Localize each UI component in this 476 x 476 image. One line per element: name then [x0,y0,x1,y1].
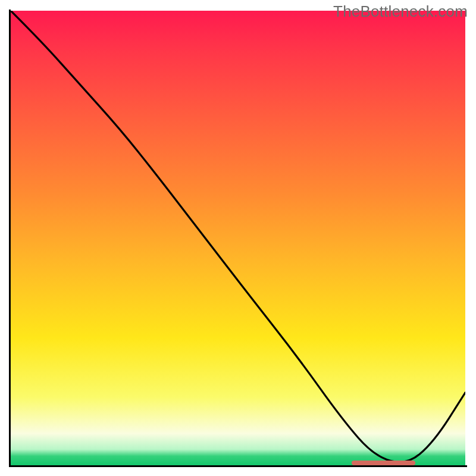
x-axis-line [9,465,467,467]
watermark-text: TheBottleneck.com [333,2,468,21]
bottleneck-curve [11,11,465,465]
chart-root: TheBottleneck.com [0,0,476,476]
minimum-marker [352,461,415,465]
plot-area [11,11,465,465]
